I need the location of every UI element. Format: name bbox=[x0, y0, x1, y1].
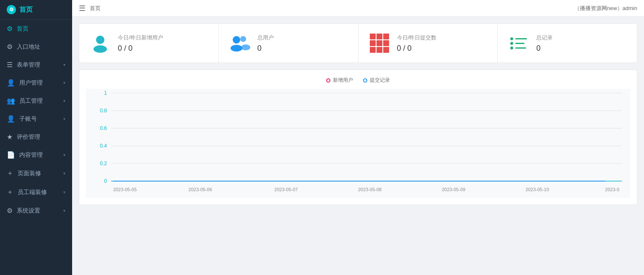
sidebar-item-staff[interactable]: 👥 员工管理 ▾ bbox=[0, 92, 72, 110]
sidebar-item-label: 入口地址 bbox=[17, 43, 40, 51]
reviews-icon: ★ bbox=[7, 133, 13, 141]
stat-label: 总记录 bbox=[536, 34, 553, 42]
sidebar-item-label: 子账号 bbox=[19, 115, 37, 123]
legend-label-records: 提交记录 bbox=[370, 77, 390, 84]
chevron-down-icon: ▾ bbox=[63, 99, 65, 103]
chevron-down-icon: ▾ bbox=[63, 80, 65, 85]
stat-card-total-records: 总记录 0 bbox=[498, 24, 637, 62]
stat-label: 今日/昨日新增用户 bbox=[118, 34, 163, 42]
stat-card-new-users: 今日/昨日新增用户 0 / 0 bbox=[79, 24, 219, 62]
stats-row: 今日/昨日新增用户 0 / 0 总用户 0 bbox=[79, 23, 637, 63]
stat-info-submissions: 今日/昨日提交数 0 / 0 bbox=[397, 34, 437, 53]
logo-icon: ⚙ bbox=[7, 5, 16, 14]
sidebar-item-label: 页面装修 bbox=[18, 170, 41, 177]
svg-text:0.6: 0.6 bbox=[100, 125, 107, 131]
sidebar-item-subaccount[interactable]: 👤 子账号 ▾ bbox=[0, 110, 72, 128]
sidebar-item-users[interactable]: 👤 用户管理 ▾ bbox=[0, 74, 72, 92]
chevron-down-icon: ▾ bbox=[63, 62, 65, 67]
main-content: ☰ 首页 （播播资源网new）admin 今日/昨日新增用户 0 / 0 bbox=[72, 0, 644, 275]
legend-label-new-users: 新增用户 bbox=[333, 77, 353, 84]
header: ☰ 首页 （播播资源网new）admin bbox=[72, 0, 644, 17]
svg-text:2023-05-06: 2023-05-06 bbox=[189, 187, 212, 192]
total-records-icon bbox=[508, 32, 530, 54]
svg-point-3 bbox=[231, 45, 242, 52]
staffdeco-icon: ＋ bbox=[7, 188, 13, 197]
entry-icon: ⚙ bbox=[7, 43, 13, 51]
chevron-down-icon: ▾ bbox=[63, 117, 65, 121]
stat-card-total-users: 总用户 0 bbox=[219, 24, 358, 62]
stat-value: 0 / 0 bbox=[397, 44, 437, 53]
chevron-down-icon: ▾ bbox=[63, 171, 65, 176]
svg-text:2023-0: 2023-0 bbox=[605, 187, 619, 192]
home-icon: ⚙ bbox=[7, 25, 13, 33]
sidebar-item-label: 评价管理 bbox=[17, 133, 40, 141]
stat-info-total-records: 总记录 0 bbox=[536, 34, 553, 53]
sidebar-item-label: 员工管理 bbox=[19, 97, 43, 105]
sidebar-item-label: 系统设置 bbox=[17, 207, 40, 215]
content-icon: 📄 bbox=[7, 151, 15, 159]
header-user-info: （播播资源网new）admin bbox=[574, 5, 637, 12]
legend-new-users: 新增用户 bbox=[326, 77, 353, 84]
stat-card-submissions: 今日/昨日提交数 0 / 0 bbox=[358, 24, 498, 62]
svg-point-5 bbox=[241, 44, 250, 50]
sidebar-item-content[interactable]: 📄 内容管理 ▾ bbox=[0, 146, 72, 164]
forms-icon: ☰ bbox=[7, 61, 13, 69]
breadcrumb: 首页 bbox=[90, 5, 101, 12]
sidebar-item-settings[interactable]: ⚙ 系统设置 ▾ bbox=[0, 202, 72, 220]
legend-dot-pink bbox=[326, 78, 330, 83]
sidebar: ⚙ 首页 ⚙ 首页 ⚙ 入口地址 ☰ 表单管理 ▾ 👤 用户管理 ▾ 👥 bbox=[0, 0, 72, 275]
svg-text:2023-05-09: 2023-05-09 bbox=[442, 187, 465, 192]
svg-text:2023-05-10: 2023-05-10 bbox=[525, 187, 549, 192]
menu-toggle-icon[interactable]: ☰ bbox=[79, 4, 86, 13]
page-content: 今日/昨日新增用户 0 / 0 总用户 0 bbox=[72, 17, 644, 275]
sidebar-item-label: 内容管理 bbox=[19, 151, 43, 159]
chart-area: 1 0.8 0.6 0.4 0.2 0 2023-05-05 2023-05-0… bbox=[86, 89, 630, 198]
chevron-down-icon: ▾ bbox=[63, 153, 65, 157]
users-icon: 👤 bbox=[7, 79, 15, 87]
staff-icon: 👥 bbox=[7, 97, 15, 105]
svg-point-4 bbox=[240, 36, 246, 42]
chevron-down-icon: ▾ bbox=[63, 208, 65, 213]
subaccount-icon: 👤 bbox=[7, 115, 15, 123]
sidebar-item-pagedeco[interactable]: ＋ 页面装修 ▾ bbox=[0, 164, 72, 183]
svg-text:0.2: 0.2 bbox=[100, 161, 107, 166]
stat-value: 0 / 0 bbox=[118, 44, 163, 53]
stat-info-total-users: 总用户 0 bbox=[257, 34, 274, 53]
sidebar-item-label: 员工端装修 bbox=[18, 189, 47, 196]
legend-dot-blue bbox=[363, 78, 367, 83]
sidebar-item-reviews[interactable]: ★ 评价管理 bbox=[0, 128, 72, 146]
svg-text:0.4: 0.4 bbox=[100, 143, 107, 149]
svg-text:2023-05-07: 2023-05-07 bbox=[274, 187, 298, 192]
submissions-icon bbox=[369, 32, 390, 54]
sidebar-item-staffdeco[interactable]: ＋ 员工端装修 ▾ bbox=[0, 183, 72, 202]
stat-info-new-users: 今日/昨日新增用户 0 / 0 bbox=[118, 34, 163, 53]
sidebar-item-label: 首页 bbox=[17, 25, 29, 33]
chart-svg: 1 0.8 0.6 0.4 0.2 0 2023-05-05 2023-05-0… bbox=[86, 89, 630, 198]
total-users-icon bbox=[229, 32, 251, 54]
chart-legend: 新增用户 提交记录 bbox=[86, 77, 630, 84]
sidebar-item-home[interactable]: ⚙ 首页 bbox=[0, 20, 72, 38]
settings-icon: ⚙ bbox=[7, 207, 13, 215]
svg-text:2023-05-05: 2023-05-05 bbox=[113, 187, 137, 192]
sidebar-logo-text: 首页 bbox=[19, 5, 33, 14]
sidebar-logo[interactable]: ⚙ 首页 bbox=[0, 0, 72, 20]
svg-text:2023-05-08: 2023-05-08 bbox=[358, 187, 382, 192]
sidebar-item-entry[interactable]: ⚙ 入口地址 bbox=[0, 38, 72, 56]
list-icon bbox=[510, 37, 527, 49]
svg-text:1: 1 bbox=[104, 90, 107, 96]
chevron-down-icon: ▾ bbox=[63, 190, 65, 195]
svg-point-0 bbox=[96, 36, 104, 44]
new-users-icon bbox=[89, 32, 111, 54]
svg-point-1 bbox=[93, 45, 107, 53]
stat-value: 0 bbox=[536, 44, 553, 53]
stat-label: 今日/昨日提交数 bbox=[397, 34, 437, 42]
sidebar-item-forms[interactable]: ☰ 表单管理 ▾ bbox=[0, 56, 72, 74]
svg-text:0.8: 0.8 bbox=[100, 108, 107, 114]
chart-section: 新增用户 提交记录 bbox=[79, 70, 637, 205]
sidebar-item-label: 用户管理 bbox=[19, 79, 43, 87]
svg-text:0: 0 bbox=[104, 178, 107, 184]
svg-point-2 bbox=[233, 36, 240, 44]
grid-icon bbox=[370, 34, 389, 53]
pagedeco-icon: ＋ bbox=[7, 169, 13, 178]
legend-records: 提交记录 bbox=[363, 77, 390, 84]
